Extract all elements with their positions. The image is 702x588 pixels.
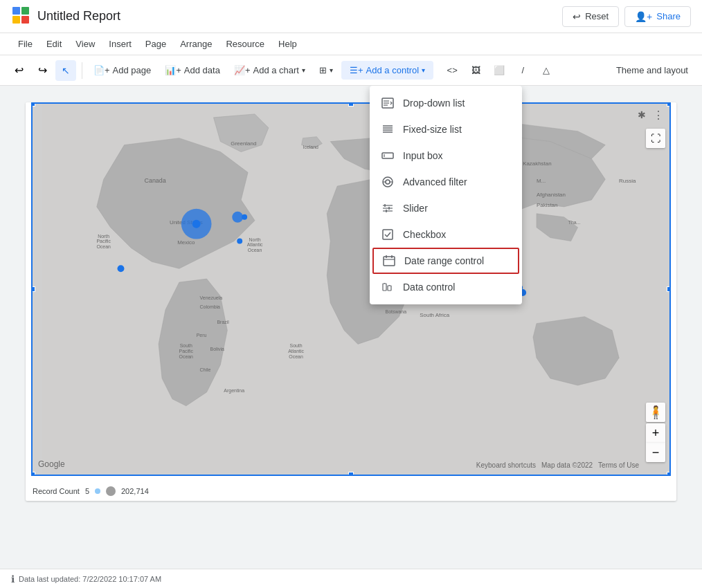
- legend-dot-small: [95, 488, 100, 494]
- selection-handle-bl[interactable]: [31, 472, 35, 476]
- add-data-button[interactable]: 📊+ Add data: [159, 62, 226, 78]
- add-control-button[interactable]: ☰+ Add a control ▾: [341, 61, 433, 80]
- svg-text:Russia: Russia: [619, 178, 636, 184]
- bottom-bar: ℹ Data last updated: 7/22/2022 10:17:07 …: [0, 569, 702, 588]
- svg-text:Greenland: Greenland: [231, 140, 256, 147]
- svg-text:Atlantic: Atlantic: [247, 242, 263, 247]
- svg-text:South: South: [290, 343, 303, 348]
- more-options-icon[interactable]: ⋮: [651, 108, 665, 122]
- legend-bar: Record Count 5 202,714: [26, 481, 676, 501]
- svg-rect-87: [383, 284, 386, 291]
- svg-text:Botswana: Botswana: [386, 309, 407, 314]
- zoom-out-button[interactable]: −: [646, 443, 665, 462]
- redo-button[interactable]: ↪: [32, 60, 53, 81]
- svg-rect-2: [12, 16, 20, 24]
- input-box-icon: [381, 149, 395, 162]
- dropdown-item-fixed-size-list[interactable]: Fixed-size list: [370, 116, 522, 143]
- dropdown-item-slider[interactable]: Slider: [370, 195, 522, 221]
- add-chart-chevron: ▾: [302, 66, 305, 74]
- selection-handle-br[interactable]: [667, 472, 671, 476]
- svg-point-73: [386, 180, 390, 184]
- dropdown-item-input-box[interactable]: Input box: [370, 143, 522, 169]
- street-view-button[interactable]: 🧍: [646, 403, 665, 422]
- selection-handle-tr[interactable]: [667, 102, 671, 107]
- svg-text:Atlantic: Atlantic: [288, 349, 304, 353]
- data-control-icon: [381, 281, 395, 293]
- selection-handle-tm[interactable]: [348, 102, 354, 107]
- svg-text:Tha...: Tha...: [568, 220, 581, 225]
- selection-handle-ml[interactable]: [31, 286, 35, 292]
- selection-handle-tl[interactable]: [31, 102, 35, 107]
- svg-text:Mexico: Mexico: [177, 239, 195, 246]
- menu-insert[interactable]: Insert: [102, 36, 138, 52]
- info-icon: ℹ: [11, 573, 15, 585]
- svg-point-55: [232, 212, 243, 223]
- svg-text:South: South: [180, 343, 192, 348]
- menu-file[interactable]: File: [11, 36, 39, 52]
- svg-text:Argentina: Argentina: [224, 388, 244, 394]
- svg-rect-88: [388, 286, 391, 291]
- add-chart-button[interactable]: 📈+ Add a chart ▾: [228, 62, 311, 78]
- selection-handle-mr[interactable]: [667, 286, 671, 292]
- svg-text:M...: M...: [537, 178, 546, 184]
- cursor-button[interactable]: ↖: [55, 60, 76, 81]
- svg-text:Chile: Chile: [200, 367, 211, 372]
- svg-text:Ocean: Ocean: [179, 354, 194, 359]
- fullscreen-button[interactable]: ⛶: [646, 129, 665, 148]
- code-button[interactable]: <>: [442, 60, 462, 81]
- report-canvas: Canada United States Mexico North Pacifi…: [26, 102, 676, 501]
- fixed-size-list-icon: [381, 123, 395, 136]
- reset-button[interactable]: ↩ Reset: [562, 6, 619, 27]
- dropdown-item-advanced-filter[interactable]: Advanced filter: [370, 169, 522, 195]
- dropdown-item-dropdown-list[interactable]: Drop-down list: [370, 90, 522, 116]
- menu-resource[interactable]: Resource: [219, 36, 271, 52]
- shape-button[interactable]: △: [536, 60, 557, 81]
- svg-text:Venezuela: Venezuela: [200, 295, 223, 300]
- svg-rect-83: [384, 257, 395, 266]
- svg-text:Pakistan: Pakistan: [537, 202, 557, 208]
- svg-rect-82: [383, 230, 393, 239]
- add-layout-button[interactable]: ⊞ ▾: [314, 62, 339, 78]
- svg-point-56: [242, 214, 247, 220]
- svg-point-54: [192, 220, 201, 228]
- legend-dot-large: [106, 486, 116, 496]
- last-updated-text: Data last updated: 7/22/2022 10:17:07 AM: [19, 575, 161, 583]
- dropdown-item-date-range-control[interactable]: Date range control: [372, 248, 519, 274]
- line-button[interactable]: /: [512, 60, 533, 81]
- theme-and-layout-button[interactable]: Theme and layout: [611, 62, 694, 78]
- image-button[interactable]: 🖼: [465, 60, 486, 81]
- zoom-in-button[interactable]: +: [646, 423, 665, 443]
- selection-handle-bm[interactable]: [348, 472, 354, 476]
- svg-text:North: North: [98, 234, 109, 239]
- svg-text:Peru: Peru: [197, 333, 207, 338]
- svg-text:Afghanistan: Afghanistan: [537, 192, 566, 198]
- svg-text:Pacific: Pacific: [96, 239, 111, 244]
- svg-point-57: [118, 265, 125, 272]
- svg-text:Canada: Canada: [144, 177, 165, 184]
- undo-button[interactable]: ↩: [8, 60, 29, 81]
- add-page-icon: 📄+: [93, 65, 110, 75]
- dropdown-item-data-control[interactable]: Data control: [370, 274, 522, 300]
- menu-help[interactable]: Help: [271, 36, 304, 52]
- svg-point-58: [237, 239, 242, 244]
- frame-button[interactable]: ⬜: [489, 60, 510, 81]
- svg-text:Ocean: Ocean: [96, 244, 111, 249]
- share-button[interactable]: 👤+ Share: [624, 6, 691, 27]
- svg-rect-0: [12, 7, 20, 15]
- svg-text:South Africa: South Africa: [420, 312, 449, 318]
- share-icon: 👤+: [635, 11, 652, 22]
- page-title: Untitled Report: [37, 9, 562, 24]
- menu-edit[interactable]: Edit: [39, 36, 69, 52]
- menu-view[interactable]: View: [69, 36, 102, 52]
- pin-icon: ✱: [635, 108, 649, 122]
- add-control-icon: ☰+: [350, 65, 363, 75]
- menu-arrange[interactable]: Arrange: [173, 36, 219, 52]
- dropdown-item-checkbox[interactable]: Checkbox: [370, 221, 522, 248]
- menu-page[interactable]: Page: [138, 36, 173, 52]
- map-container[interactable]: Canada United States Mexico North Pacifi…: [31, 102, 671, 476]
- svg-rect-3: [21, 16, 29, 24]
- layout-chevron: ▾: [330, 66, 333, 74]
- add-data-icon: 📊+: [165, 65, 181, 75]
- add-page-button[interactable]: 📄+ Add page: [88, 62, 156, 78]
- svg-text:Brazil: Brazil: [217, 320, 229, 324]
